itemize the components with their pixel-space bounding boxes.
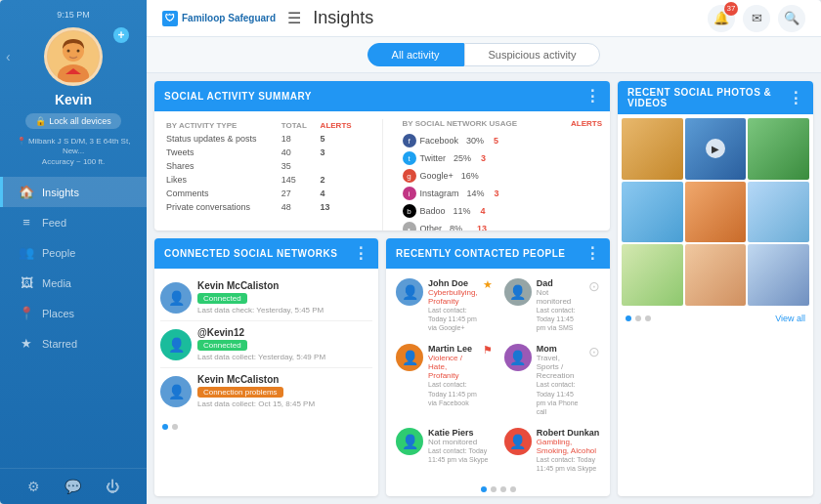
recently-contacted-card: RECENTLY CONTACTED PEOPLE ⋮ 👤 John Doe C… [386,238,610,496]
page-dot[interactable] [481,486,487,492]
photo-thumb[interactable] [748,244,809,306]
person-last-check: Last data collect: Oct 15, 8:45 PM [197,399,372,408]
activity-alerts [317,159,363,173]
contact-last: Last contact: Today 11:45 pm via Skype [428,446,493,464]
svg-point-3 [67,50,70,53]
media-icon: 🖼 [19,275,34,290]
toggle-icon[interactable]: ⊙ [588,344,600,359]
hamburger-menu-icon[interactable]: ☰ [287,9,301,27]
photo-thumb[interactable] [622,118,683,180]
power-icon[interactable]: ⏻ [106,479,119,494]
social-summary-menu-icon[interactable]: ⋮ [584,87,601,105]
topbar: 🛡 Familoop Safeguard ☰ Insights 🔔 37 ✉ 🔍 [147,0,821,37]
tab-all-activity[interactable]: All activity [367,43,464,66]
network-icon: • [403,222,416,231]
page-dot[interactable] [162,424,168,430]
sidebar-prev-arrow[interactable]: ‹ [6,49,11,64]
network-alerts: 13 [477,224,487,231]
photo-thumb[interactable] [748,118,809,180]
sidebar-item-feed[interactable]: ≡ Feed [0,207,147,237]
carousel-dot[interactable] [626,315,631,321]
person-name: Kevin McCaliston [197,280,372,291]
notifications-button[interactable]: 🔔 37 [708,5,735,32]
photo-thumb[interactable] [748,182,809,243]
contacts-menu-icon[interactable]: ⋮ [584,244,601,263]
carousel-dot[interactable] [635,315,641,321]
lock-icon: 🔒 [35,116,46,126]
photo-thumb[interactable]: ▶ [685,118,747,180]
contacts-pagination [386,483,610,496]
contact-last: Last contact: Today 11:45 pm via Phone c… [537,380,583,415]
contacts-dots [481,486,516,492]
activity-alerts: 13 [317,200,363,214]
person-name: @Kevin12 [197,327,372,338]
activity-type: Shares [162,159,278,173]
contact-info: Robert Dunkan Gambling, Smoking, Alcohol… [537,428,600,473]
photo-thumb[interactable] [685,244,747,306]
person-last-check: Last data collect: Yesterday, 5:49 PM [197,353,372,361]
sidebar-item-insights[interactable]: 🏠 Insights [0,177,147,207]
activity-alerts: 4 [317,187,363,200]
page-dot[interactable] [491,486,497,492]
activity-row: Tweets 40 3 [162,146,363,159]
activity-total: 35 [278,159,317,173]
page-dot[interactable] [172,424,178,430]
photo-thumb[interactable] [685,182,747,243]
contact-tags: Not monitored [428,438,493,446]
connected-networks-header: CONNECTED SOCIAL NETWORKS ⋮ [154,238,378,269]
sidebar-item-people[interactable]: 👥 People [0,237,147,268]
svg-point-4 [77,50,80,53]
toggle-icon[interactable]: ⊙ [588,278,600,294]
network-name: Facebook [420,136,459,146]
contact-avatar: 👤 [396,428,423,455]
sidebar-item-places[interactable]: 📍 Places [0,298,147,328]
photos-view-all-link[interactable]: View all [775,314,805,323]
sidebar-item-starred[interactable]: ★ Starred [0,328,147,358]
contact-item: 👤 Martin Lee Violence / Hate, Profanity … [392,340,497,419]
social-activity-summary-card: SOCIAL ACTIVITY SUMMARY ⋮ BY ACTIVITY TY… [154,81,610,231]
activity-total: 145 [278,173,317,187]
settings-icon[interactable]: ⚙ [27,479,40,494]
page-dot[interactable] [510,486,516,492]
activity-row: Shares 35 [162,159,363,173]
contact-tags: Gambling, Smoking, Alcohol [537,438,600,455]
messages-button[interactable]: ✉ [743,5,770,32]
activity-type: Private conversations [162,200,278,214]
star-icon[interactable]: ★ [483,278,493,291]
photos-menu-icon[interactable]: ⋮ [788,89,804,107]
photo-thumb[interactable] [622,182,683,243]
sidebar-bottom-actions: ⚙ 💬 ⏻ [0,468,147,504]
sidebar-time: 9:15 PM [57,10,90,20]
activity-row: Status updates & posts 18 5 [162,132,363,146]
user-avatar [44,27,103,86]
messages-icon[interactable]: 💬 [65,479,81,494]
networks-menu-icon[interactable]: ⋮ [353,244,369,263]
add-child-button[interactable]: + [113,27,129,43]
flag-icon[interactable]: ⚑ [483,344,493,357]
sidebar-navigation: 🏠 Insights ≡ Feed 👥 People 🖼 Media 📍 Pla… [0,177,147,358]
network-pct: 30% [466,136,490,146]
person-last-check: Last data check: Yesterday, 5:45 PM [197,306,372,315]
sidebar: 9:15 PM ‹ + Kevin [0,0,147,504]
contact-info: Martin Lee Violence / Hate, Profanity La… [428,344,478,406]
network-icon: f [403,134,416,147]
page-dot[interactable] [500,486,506,492]
person-avatar: 👤 [160,376,192,407]
tab-suspicious-activity[interactable]: Suspicious activity [464,43,601,66]
play-button[interactable]: ▶ [706,139,725,158]
carousel-dot[interactable] [645,315,651,321]
activity-row: Likes 145 2 [162,173,363,187]
search-button[interactable]: 🔍 [778,5,805,32]
lock-devices-button[interactable]: 🔒 Lock all devices [25,113,121,129]
activity-type: Status updates & posts [162,132,278,146]
sidebar-item-media[interactable]: 🖼 Media [0,268,147,298]
dashboard: SOCIAL ACTIVITY SUMMARY ⋮ BY ACTIVITY TY… [147,73,821,504]
insights-icon: 🏠 [19,185,34,199]
network-name: Badoo [420,206,446,216]
person-info: @Kevin12 Connected Last data collect: Ye… [197,327,372,361]
network-person-item: 👤 Kevin McCaliston Connection problems L… [160,368,372,414]
connection-status-badge: Connected [197,293,247,304]
contacts-grid: 👤 John Doe Cyberbullying, Profanity Last… [386,269,610,483]
activity-type-table: BY ACTIVITY TYPE TOTAL ALERTS Status upd… [162,119,363,231]
photo-thumb[interactable] [622,244,683,306]
